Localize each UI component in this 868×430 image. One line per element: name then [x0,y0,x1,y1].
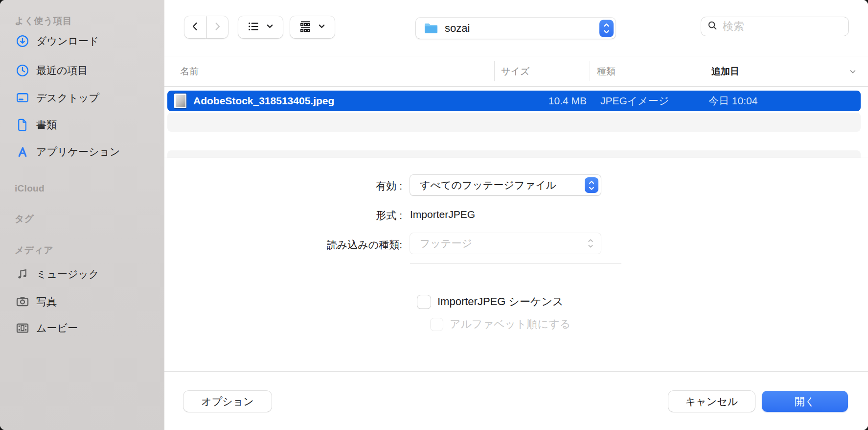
sidebar-item-label: ムービー [36,321,78,335]
column-divider[interactable] [494,61,495,81]
sort-chevron-icon[interactable] [848,56,857,86]
sidebar-item-label: 最近の項目 [36,64,88,77]
sidebar-section-icloud: iCloud [15,182,45,195]
import-kind-value: フッテージ [420,237,472,250]
sidebar-item-label: デスクトップ [36,91,99,105]
chevron-down-icon [266,22,274,32]
jpeg-thumbnail-icon [174,94,186,108]
column-header-name[interactable]: 名前 [180,56,199,86]
file-name: AdobeStock_318513405.jpeg [193,95,334,107]
folder-icon [424,23,438,34]
desktop-icon [15,91,30,105]
group-view-icon [299,20,312,35]
appstore-icon [15,145,30,159]
column-header-date-added[interactable]: 追加日 [711,56,739,86]
format-value: ImporterJPEG [410,209,475,220]
sidebar-item-label: ミュージック [36,267,99,281]
sidebar-item-music[interactable]: ミュージック [12,265,159,283]
folder-select-value: sozai [445,22,470,35]
sidebar-section-tags: タグ [15,213,34,225]
cancel-button[interactable]: キャンセル [668,391,755,412]
sidebar-item-label: 写真 [36,295,57,309]
sidebar: よく使う項目 ダウンロード 最近の項目 デスクトップ 書類 [0,0,164,430]
options-button-label: オプション [201,395,253,408]
format-label: 形式 : [241,209,402,222]
dialog-content: sozai 名前 サイズ 種類 追加日 [164,0,868,430]
stepper-chevrons-icon [599,20,614,37]
list-header: 名前 サイズ 種類 追加日 [164,56,868,87]
enable-dropdown[interactable]: すべてのフッテージファイル [410,175,601,195]
sidebar-section-media: メディア [15,244,53,257]
column-divider[interactable] [590,61,590,81]
alphabetical-order-checkbox [431,318,443,331]
import-options-form: 有効 : すべてのフッテージファイル 形式 : ImporterJPEG 読み込… [164,158,868,371]
view-mode-button[interactable] [238,16,283,38]
sidebar-section-favorites: よく使う項目 [15,15,72,27]
cancel-button-label: キャンセル [685,395,738,408]
open-file-dialog: よく使う項目 ダウンロード 最近の項目 デスクトップ 書類 [0,0,868,430]
open-button-label: 開く [795,395,816,408]
stepper-chevrons-icon [585,177,598,193]
toolbar: sozai [164,0,868,56]
checkbox-label: アルファベット順にする [450,317,571,332]
forward-button[interactable] [206,16,228,38]
chevron-down-icon [318,22,326,32]
stepper-chevrons-icon [587,238,594,249]
group-by-button[interactable] [290,16,335,38]
sidebar-item-movies[interactable]: ムービー [12,319,159,337]
column-header-kind[interactable]: 種類 [597,56,616,86]
clock-icon [15,64,30,77]
empty-row-stripe [167,113,861,132]
file-row-selected[interactable]: AdobeStock_318513405.jpeg 10.4 MB JPEGイメ… [167,91,861,111]
import-kind-dropdown: フッテージ [410,233,601,254]
file-size: 10.4 MB [510,95,587,107]
film-icon [15,321,30,335]
sidebar-item-documents[interactable]: 書類 [12,116,159,134]
document-icon [15,118,30,132]
checkbox-label: ImporterJPEG シーケンス [437,294,564,309]
chevron-left-icon [190,21,201,34]
enable-dropdown-value: すべてのフッテージファイル [420,178,556,192]
list-view-icon [247,21,260,34]
sidebar-item-photos[interactable]: 写真 [12,293,159,311]
options-button[interactable]: オプション [183,391,272,412]
music-note-icon [15,267,30,281]
sidebar-item-recents[interactable]: 最近の項目 [12,62,159,79]
file-date-added: 今日 10:04 [708,94,757,108]
sidebar-item-applications[interactable]: アプリケーション [12,143,159,161]
form-separator [410,263,621,263]
open-button[interactable]: 開く [762,391,848,412]
camera-icon [15,295,30,309]
sidebar-item-downloads[interactable]: ダウンロード [12,32,159,50]
search-icon [707,20,718,33]
import-kind-label: 読み込みの種類: [241,238,402,252]
file-list: AdobeStock_318513405.jpeg 10.4 MB JPEGイメ… [164,87,868,158]
sidebar-item-label: ダウンロード [36,34,99,48]
dialog-footer: オプション キャンセル 開く [164,371,868,430]
search-input[interactable] [723,20,864,33]
sidebar-item-label: 書類 [36,118,57,132]
empty-row-stripe [167,150,861,158]
sidebar-item-label: アプリケーション [36,145,120,159]
sequence-checkbox-row: ImporterJPEG シーケンス [417,294,564,309]
folder-select[interactable]: sozai [416,18,616,39]
chevron-right-icon [212,21,223,34]
sidebar-item-desktop[interactable]: デスクトップ [12,89,159,107]
back-button[interactable] [184,16,206,38]
alphabetical-checkbox-row: アルファベット順にする [431,317,571,332]
file-kind: JPEGイメージ [600,94,669,108]
download-circle-icon [15,34,30,48]
search-field[interactable] [701,17,849,36]
enable-label: 有効 : [241,179,402,193]
column-header-size[interactable]: サイズ [501,56,529,86]
importerjpeg-sequence-checkbox[interactable] [417,295,431,309]
